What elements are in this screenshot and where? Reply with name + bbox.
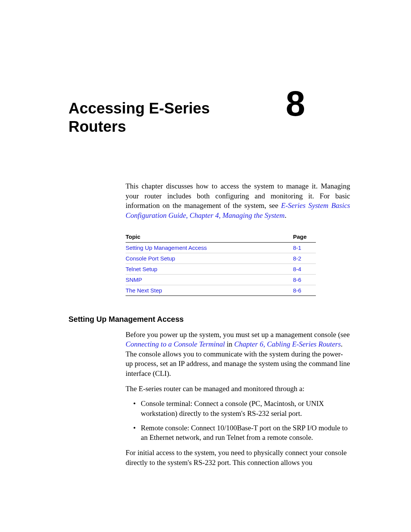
toc-topic[interactable]: The Next Step (126, 285, 293, 296)
section-para-3: For initial access to the system, you ne… (126, 448, 350, 467)
toc-row: Setting Up Management Access 8-1 (126, 242, 316, 253)
intro-text-after: . (285, 211, 287, 219)
chapter-title: Accessing E-Series Routers (68, 99, 236, 136)
toc-row: Console Port Setup 8-2 (126, 253, 316, 264)
toc-page[interactable]: 8-6 (293, 274, 316, 285)
para1-mid: in (225, 340, 234, 348)
toc-page[interactable]: 8-2 (293, 253, 316, 264)
section-heading: Setting Up Management Access (68, 315, 350, 324)
chapter-number: 8 (286, 84, 305, 124)
intro-paragraph: This chapter discusses how to access the… (126, 181, 350, 220)
bullet-list: Console terminal: Connect a console (PC,… (133, 399, 350, 443)
para1-before: Before you power up the system, you must… (126, 331, 350, 339)
toc-row: The Next Step 8-6 (126, 285, 316, 296)
toc-table: Topic Page Setting Up Management Access … (126, 231, 316, 296)
section-para-2: The E-series router can be managed and m… (126, 384, 350, 394)
list-item: Console terminal: Connect a console (PC,… (133, 399, 350, 418)
toc-page[interactable]: 8-1 (293, 242, 316, 253)
toc-topic[interactable]: SNMP (126, 274, 293, 285)
toc-row: Telnet Setup 8-4 (126, 264, 316, 274)
chapter-header: 8 Accessing E-Series Routers (68, 99, 350, 136)
toc-row: SNMP 8-6 (126, 274, 316, 285)
para1-link-1[interactable]: Connecting to a Console Terminal (126, 340, 225, 348)
document-page: 8 Accessing E-Series Routers This chapte… (0, 0, 411, 467)
toc-page[interactable]: 8-4 (293, 264, 316, 274)
list-item: Remote console: Connect 10/100Base-T por… (133, 423, 350, 443)
toc-page[interactable]: 8-6 (293, 285, 316, 296)
toc-header-topic: Topic (126, 231, 293, 243)
section-para-1: Before you power up the system, you must… (126, 330, 350, 379)
toc-topic[interactable]: Telnet Setup (126, 264, 293, 274)
para1-link-2[interactable]: Chapter 6, Cabling E-Series Routers (234, 340, 341, 348)
toc-header-page: Page (293, 231, 316, 243)
toc-topic[interactable]: Setting Up Management Access (126, 242, 293, 253)
toc-topic[interactable]: Console Port Setup (126, 253, 293, 264)
